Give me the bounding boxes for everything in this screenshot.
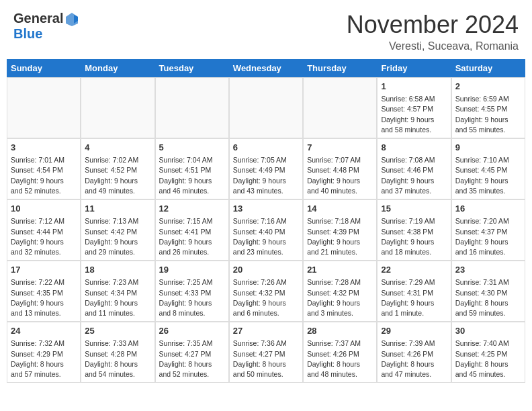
day-info: Sunrise: 7:01 AM Sunset: 4:54 PM Dayligh… [11,155,77,196]
cal-cell: 29Sunrise: 7:39 AM Sunset: 4:26 PM Dayli… [377,322,451,383]
day-info: Sunrise: 7:15 AM Sunset: 4:41 PM Dayligh… [159,216,225,257]
cal-cell [81,77,154,138]
logo-blue-text: Blue [13,26,42,41]
day-number: 20 [233,264,299,276]
day-info: Sunrise: 7:33 AM Sunset: 4:28 PM Dayligh… [85,338,150,379]
logo-icon [64,11,79,26]
cal-cell: 20Sunrise: 7:26 AM Sunset: 4:32 PM Dayli… [229,261,303,322]
calendar: Sunday Monday Tuesday Wednesday Thursday… [7,59,525,383]
cal-cell: 22Sunrise: 7:29 AM Sunset: 4:31 PM Dayli… [377,261,451,322]
cal-cell: 25Sunrise: 7:33 AM Sunset: 4:28 PM Dayli… [81,322,154,383]
cal-cell: 4Sunrise: 7:02 AM Sunset: 4:52 PM Daylig… [81,138,154,199]
day-info: Sunrise: 7:32 AM Sunset: 4:29 PM Dayligh… [11,338,77,379]
day-info: Sunrise: 7:12 AM Sunset: 4:44 PM Dayligh… [11,216,77,257]
day-number: 5 [159,142,225,154]
cal-cell: 9Sunrise: 7:10 AM Sunset: 4:45 PM Daylig… [451,138,525,199]
day-info: Sunrise: 7:39 AM Sunset: 4:26 PM Dayligh… [381,338,447,379]
day-info: Sunrise: 7:19 AM Sunset: 4:38 PM Dayligh… [381,216,447,257]
calendar-body: 1Sunrise: 6:58 AM Sunset: 4:57 PM Daylig… [7,77,525,383]
day-number: 2 [455,81,521,93]
header: General Blue November 2024 Veresti, Suce… [0,0,532,59]
cal-cell: 30Sunrise: 7:40 AM Sunset: 4:25 PM Dayli… [451,322,525,383]
cal-cell: 2Sunrise: 6:59 AM Sunset: 4:55 PM Daylig… [451,77,525,138]
day-number: 17 [11,264,77,276]
month-title: November 2024 [347,11,519,39]
day-number: 22 [381,264,447,276]
day-info: Sunrise: 7:20 AM Sunset: 4:37 PM Dayligh… [455,216,521,257]
title-section: November 2024 Veresti, Suceava, Romania [347,11,519,52]
header-monday: Monday [81,59,154,77]
cal-cell: 23Sunrise: 7:31 AM Sunset: 4:30 PM Dayli… [451,261,525,322]
day-number: 7 [307,142,373,154]
cal-cell: 14Sunrise: 7:18 AM Sunset: 4:39 PM Dayli… [303,199,377,261]
day-number: 6 [233,142,299,154]
day-number: 19 [159,264,225,276]
day-number: 4 [85,142,150,154]
header-tuesday: Tuesday [155,59,229,77]
day-number: 23 [455,264,521,276]
logo-general-text: General [13,11,63,26]
day-info: Sunrise: 7:18 AM Sunset: 4:39 PM Dayligh… [307,216,373,257]
day-number: 30 [455,325,521,337]
cal-cell: 19Sunrise: 7:25 AM Sunset: 4:33 PM Dayli… [155,261,229,322]
day-info: Sunrise: 7:40 AM Sunset: 4:25 PM Dayligh… [455,338,521,379]
cal-cell: 8Sunrise: 7:08 AM Sunset: 4:46 PM Daylig… [377,138,451,199]
cal-cell [155,77,229,138]
day-info: Sunrise: 7:23 AM Sunset: 4:34 PM Dayligh… [85,277,150,318]
day-info: Sunrise: 7:29 AM Sunset: 4:31 PM Dayligh… [381,277,447,318]
cal-cell: 1Sunrise: 6:58 AM Sunset: 4:57 PM Daylig… [377,77,451,138]
day-info: Sunrise: 7:25 AM Sunset: 4:33 PM Dayligh… [159,277,225,318]
day-info: Sunrise: 7:13 AM Sunset: 4:42 PM Dayligh… [85,216,150,257]
day-number: 29 [381,325,447,337]
day-info: Sunrise: 6:59 AM Sunset: 4:55 PM Dayligh… [455,94,521,135]
cal-cell [7,77,81,138]
calendar-header: Sunday Monday Tuesday Wednesday Thursday… [7,59,525,77]
cal-cell [303,77,377,138]
cal-cell: 27Sunrise: 7:36 AM Sunset: 4:27 PM Dayli… [229,322,303,383]
cal-cell: 16Sunrise: 7:20 AM Sunset: 4:37 PM Dayli… [451,199,525,261]
header-sunday: Sunday [7,59,81,77]
header-thursday: Thursday [303,59,377,77]
day-number: 18 [85,264,150,276]
day-info: Sunrise: 7:04 AM Sunset: 4:51 PM Dayligh… [159,155,225,196]
cal-cell: 5Sunrise: 7:04 AM Sunset: 4:51 PM Daylig… [155,138,229,199]
cal-cell [229,77,303,138]
day-number: 3 [11,142,77,154]
day-number: 21 [307,264,373,276]
cal-cell: 13Sunrise: 7:16 AM Sunset: 4:40 PM Dayli… [229,199,303,261]
cal-cell: 21Sunrise: 7:28 AM Sunset: 4:32 PM Dayli… [303,261,377,322]
day-number: 27 [233,325,299,337]
header-friday: Friday [377,59,451,77]
cal-cell: 3Sunrise: 7:01 AM Sunset: 4:54 PM Daylig… [7,138,81,199]
day-number: 12 [159,203,225,215]
day-info: Sunrise: 7:37 AM Sunset: 4:26 PM Dayligh… [307,338,373,379]
day-number: 15 [381,203,447,215]
day-info: Sunrise: 7:16 AM Sunset: 4:40 PM Dayligh… [233,216,299,257]
day-info: Sunrise: 7:26 AM Sunset: 4:32 PM Dayligh… [233,277,299,318]
day-number: 25 [85,325,150,337]
day-number: 16 [455,203,521,215]
cal-cell: 10Sunrise: 7:12 AM Sunset: 4:44 PM Dayli… [7,199,81,261]
cal-cell: 6Sunrise: 7:05 AM Sunset: 4:49 PM Daylig… [229,138,303,199]
header-saturday: Saturday [451,59,525,77]
day-info: Sunrise: 7:31 AM Sunset: 4:30 PM Dayligh… [455,277,521,318]
cal-cell: 12Sunrise: 7:15 AM Sunset: 4:41 PM Dayli… [155,199,229,261]
page-container: General Blue November 2024 Veresti, Suce… [0,0,532,383]
cal-cell: 28Sunrise: 7:37 AM Sunset: 4:26 PM Dayli… [303,322,377,383]
day-number: 1 [381,81,447,93]
day-info: Sunrise: 7:08 AM Sunset: 4:46 PM Dayligh… [381,155,447,196]
day-number: 11 [85,203,150,215]
day-info: Sunrise: 7:10 AM Sunset: 4:45 PM Dayligh… [455,155,521,196]
day-number: 9 [455,142,521,154]
logo: General Blue [13,11,79,42]
header-wednesday: Wednesday [229,59,303,77]
cal-cell: 15Sunrise: 7:19 AM Sunset: 4:38 PM Dayli… [377,199,451,261]
day-info: Sunrise: 7:36 AM Sunset: 4:27 PM Dayligh… [233,338,299,379]
day-number: 28 [307,325,373,337]
day-info: Sunrise: 7:28 AM Sunset: 4:32 PM Dayligh… [307,277,373,318]
cal-cell: 7Sunrise: 7:07 AM Sunset: 4:48 PM Daylig… [303,138,377,199]
cal-cell: 18Sunrise: 7:23 AM Sunset: 4:34 PM Dayli… [81,261,154,322]
location: Veresti, Suceava, Romania [347,40,519,52]
cal-cell: 26Sunrise: 7:35 AM Sunset: 4:27 PM Dayli… [155,322,229,383]
day-number: 13 [233,203,299,215]
